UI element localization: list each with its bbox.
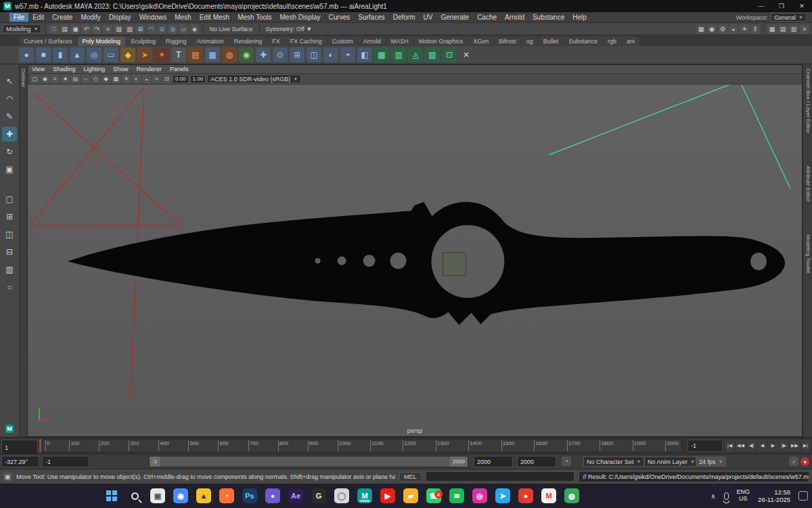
workspace-select[interactable]: General▼	[771, 13, 807, 22]
status-undo-icon[interactable]: ↶	[81, 24, 91, 34]
vp-ssao-icon[interactable]: ◒	[142, 75, 151, 83]
app-whatsapp[interactable]: ☎ 4	[422, 488, 445, 503]
shelf-tab[interactable]: og	[522, 37, 538, 46]
shelf-tab[interactable]: Motion Graphics	[414, 37, 468, 46]
tool-move-icon[interactable]: ✚	[2, 127, 17, 142]
notification-center-icon[interactable]	[798, 491, 808, 501]
app-browser[interactable]: ◍	[560, 488, 583, 503]
shelf-tab[interactable]: Substance	[564, 37, 602, 46]
app-file-explorer[interactable]: ▰	[399, 488, 422, 503]
status-render-view-icon[interactable]: ▦	[696, 24, 706, 34]
exposure-field[interactable]: 0.00	[173, 75, 189, 83]
viewport-menu-item[interactable]: Panels	[170, 66, 189, 72]
status-select-object-icon[interactable]: ▧	[114, 24, 123, 34]
shelf-tab[interactable]: MASH	[386, 37, 413, 46]
shelf-poly-cone-icon[interactable]: ▲	[70, 47, 85, 62]
outliner-panel-label[interactable]: Outliner	[20, 64, 27, 91]
app-gmail[interactable]: M	[537, 488, 560, 503]
start-button[interactable]	[100, 484, 123, 508]
vp-motion-blur-icon[interactable]: ≈	[152, 75, 161, 83]
menu-item[interactable]: Display	[105, 13, 135, 22]
app-chrome[interactable]: ◉	[169, 488, 192, 503]
shelf-tab[interactable]: Bullet	[539, 37, 564, 46]
vp-camera-attributes-icon[interactable]: ≡	[51, 75, 60, 83]
menu-item[interactable]: Create	[48, 13, 76, 22]
status-ipr-render-icon[interactable]: ◉	[707, 24, 717, 34]
shelf-tab[interactable]: Sculpting	[126, 37, 160, 46]
menu-item[interactable]: Cache	[473, 13, 501, 22]
clock[interactable]: 12:56 26-11-2025	[758, 488, 790, 504]
shelf-sphere-project-icon[interactable]: ◍	[222, 47, 237, 62]
menu-item[interactable]: Windows	[135, 13, 171, 22]
status-snap-curve-icon[interactable]: ◠	[146, 24, 156, 34]
app-youtube[interactable]: ▶	[376, 488, 399, 503]
toggle-attribute-editor-icon[interactable]: ▥	[789, 24, 798, 34]
auto-key-button[interactable]: ●	[800, 457, 809, 466]
shelf-tab[interactable]: Rigging	[161, 37, 191, 46]
app-sphere[interactable]: ●	[261, 488, 284, 503]
menu-item[interactable]: Surfaces	[354, 13, 388, 22]
shelf-bridge-icon[interactable]: ◫	[307, 47, 321, 62]
status-snap-plane-icon[interactable]: ▱	[179, 24, 188, 34]
language-switcher[interactable]: ENG US	[737, 489, 750, 503]
current-frame-field[interactable]: -1	[687, 440, 723, 452]
vp-shaded-icon[interactable]: ◆	[102, 75, 110, 83]
shelf-tab[interactable]: Animation	[192, 37, 229, 46]
vp-lock-camera-icon[interactable]: ◉	[41, 75, 49, 83]
maya-toolkit-icon[interactable]: M	[5, 425, 14, 433]
status-pause-icon[interactable]: ‖	[750, 24, 760, 34]
status-redo-icon[interactable]: ↷	[92, 24, 102, 34]
status-snap-point-icon[interactable]: ⊙	[157, 24, 166, 34]
shelf-tab[interactable]: ani	[622, 37, 639, 46]
status-render-settings-icon[interactable]: ⚙	[718, 24, 727, 34]
shelf-poly-cube-icon[interactable]: ■	[36, 47, 51, 62]
menu-item[interactable]: Generate	[436, 13, 473, 22]
gamma-field[interactable]: 1.00	[190, 75, 206, 83]
shelf-target-weld-icon[interactable]: ⊙	[273, 47, 288, 62]
app-red-dot[interactable]: ●	[514, 488, 537, 503]
menu-item[interactable]: Modify	[76, 13, 104, 22]
menu-item[interactable]: Curves	[325, 13, 355, 22]
mute-sound-icon[interactable]: ♪	[789, 457, 798, 466]
vp-isolate-select-icon[interactable]: ⊡	[162, 75, 171, 83]
shelf-tab[interactable]: Custom	[328, 37, 358, 46]
shelf-extrude-icon[interactable]: ⊞	[290, 47, 304, 62]
command-line-input[interactable]	[426, 471, 574, 482]
menu-item[interactable]: Substance	[528, 13, 568, 22]
outliner-collapsed-panel[interactable]: Outliner	[19, 64, 27, 437]
viewport-menu-item[interactable]: Renderer	[136, 66, 162, 72]
vp-wireframe-icon[interactable]: ◇	[91, 75, 100, 83]
no-live-surface-label[interactable]: No Live Surface	[206, 26, 255, 33]
status-new-scene-icon[interactable]: □	[49, 24, 58, 34]
toggle-channel-box-icon[interactable]: ≡	[800, 24, 809, 34]
symmetry-select[interactable]: Symmetry: Off ▼	[263, 26, 315, 33]
timeline-track[interactable]: 0100200300400500600700800900100011001200…	[42, 439, 682, 452]
app-firefox[interactable]: ◔	[215, 488, 238, 503]
shelf-poly-sphere-icon[interactable]: ●	[19, 47, 34, 62]
shelf-tab[interactable]: FX	[267, 37, 285, 46]
status-save-scene-icon[interactable]: ▣	[70, 24, 80, 34]
play-backwards-button[interactable]: ◀	[757, 440, 767, 452]
shelf-tab[interactable]: XGen	[468, 37, 493, 46]
app-dark-g[interactable]: G	[307, 488, 330, 503]
viewport-menu-item[interactable]: Show	[113, 66, 129, 72]
tool-zoom-icon[interactable]: ○	[2, 280, 17, 295]
layout-outliner-persp-icon[interactable]: ▥	[2, 262, 17, 277]
playback-range-bar[interactable]: -1 2000	[149, 456, 468, 467]
shelf-poly-cylinder-icon[interactable]: ▮	[53, 47, 68, 62]
layout-two-stack-icon[interactable]: ⊟	[2, 245, 17, 259]
status-hypershade-icon[interactable]: ◒	[729, 24, 738, 34]
shelf-boolean-icon[interactable]: ◐	[323, 47, 338, 62]
vp-image-plane-icon[interactable]: ▤	[71, 75, 80, 83]
modeling-toolkit-panel-tab[interactable]: Modeling Toolkit	[803, 230, 812, 277]
vp-select-camera-icon[interactable]: ▢	[30, 75, 39, 83]
attribute-editor-panel-tab[interactable]: Attribute Editor	[803, 162, 812, 206]
layout-two-side-icon[interactable]: ◫	[2, 227, 17, 242]
current-time-marker[interactable]	[39, 439, 41, 452]
shelf-tab[interactable]: Poly Modeling	[78, 37, 126, 46]
app-spotify[interactable]: ≋	[445, 488, 468, 503]
animation-end-field[interactable]: 2000	[517, 456, 556, 467]
minimize-button[interactable]: —	[751, 0, 771, 12]
vp-lights-icon[interactable]: ☀	[122, 75, 131, 83]
shelf-poly-plane-icon[interactable]: ▭	[104, 47, 118, 62]
